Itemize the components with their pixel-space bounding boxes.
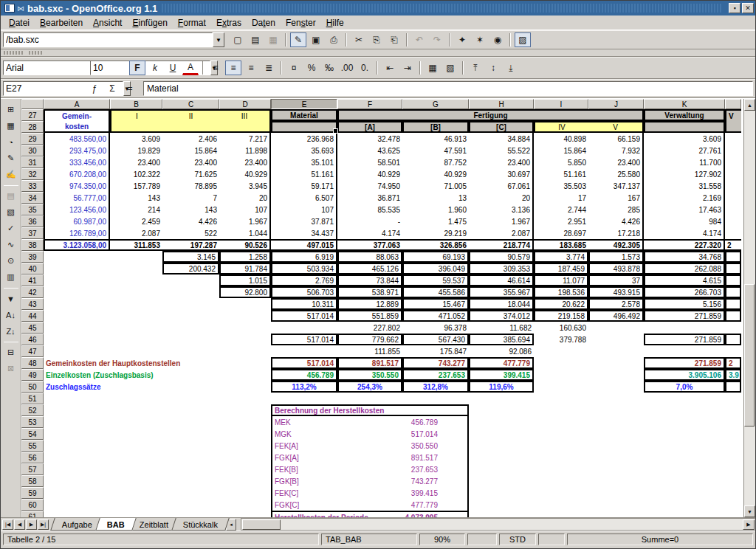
- cell-E61[interactable]: Herstellkosten der Periode: [271, 511, 402, 517]
- cell-F43[interactable]: 12.889: [337, 298, 402, 310]
- cell-E50[interactable]: 113,2%: [271, 381, 337, 393]
- cell-F38[interactable]: 377.063: [337, 239, 402, 251]
- cell-H34[interactable]: 20: [469, 192, 534, 204]
- url-dropdown-icon[interactable]: ▼: [213, 32, 224, 47]
- row-header-42[interactable]: 42: [21, 286, 44, 298]
- align-bottom-icon[interactable]: ⤓: [503, 61, 519, 75]
- cell-F58[interactable]: 743.277: [337, 475, 469, 487]
- cell-F53[interactable]: 456.789: [337, 416, 469, 428]
- cell-C27[interactable]: II: [162, 109, 219, 121]
- cell-I39[interactable]: 3.774: [534, 251, 588, 263]
- row-header-30[interactable]: 30: [21, 145, 44, 156]
- cell-H44[interactable]: 374.012: [469, 310, 534, 322]
- cell-E30[interactable]: 35.693: [271, 145, 337, 156]
- cell-E46[interactable]: 517.014: [271, 334, 337, 345]
- cell-C35[interactable]: 143: [162, 204, 219, 215]
- menu-extras[interactable]: Extras: [211, 16, 247, 30]
- column-header-K[interactable]: K: [644, 99, 725, 109]
- align-justify-icon[interactable]: ≣: [261, 61, 277, 75]
- cell-C37[interactable]: 522: [162, 227, 219, 239]
- cell-K48[interactable]: 271.859: [644, 357, 725, 369]
- cell-H47[interactable]: 92.086: [469, 345, 534, 357]
- cell-F37[interactable]: 4.174: [337, 227, 402, 239]
- standard-format-icon[interactable]: ‰: [321, 61, 337, 75]
- row-header-33[interactable]: 33: [21, 180, 44, 192]
- cell-B34[interactable]: 143: [110, 192, 162, 204]
- cell-B32[interactable]: 102.322: [110, 168, 162, 180]
- cell-K37[interactable]: 4.174: [644, 227, 725, 239]
- cell-C40[interactable]: 200.432: [162, 263, 219, 274]
- cell-I43[interactable]: 20.622: [534, 298, 588, 310]
- cell-I44[interactable]: 219.158: [534, 310, 588, 322]
- cell-K35[interactable]: 17.463: [644, 204, 725, 215]
- cell-H38[interactable]: 218.774: [469, 239, 534, 251]
- cell-G41[interactable]: 59.537: [402, 274, 469, 286]
- column-header-D[interactable]: D: [219, 99, 271, 109]
- cell-A32[interactable]: 670.208,00: [44, 168, 110, 180]
- row-header-54[interactable]: 54: [21, 428, 44, 440]
- cell-J31[interactable]: 23.400: [588, 156, 644, 168]
- grip-handle[interactable]: [29, 51, 42, 55]
- formula-icon[interactable]: =: [122, 81, 138, 96]
- cell-E48[interactable]: 517.014: [271, 357, 337, 369]
- cell-G33[interactable]: 71.005: [402, 180, 469, 192]
- row-header-28[interactable]: 28: [21, 121, 44, 133]
- cell-F60[interactable]: 477.779: [337, 499, 469, 511]
- cell-F44[interactable]: 551.859: [337, 310, 402, 322]
- cell-B33[interactable]: 157.789: [110, 180, 162, 192]
- cell-B31[interactable]: 23.400: [110, 156, 162, 168]
- row-header-46[interactable]: 46: [21, 334, 44, 345]
- cell-I35[interactable]: 2.744: [534, 204, 588, 215]
- cell-J29[interactable]: 66.159: [588, 133, 644, 145]
- autospellcheck-icon[interactable]: ∿: [3, 237, 19, 252]
- cell-H33[interactable]: 67.061: [469, 180, 534, 192]
- cell-D27[interactable]: III: [219, 109, 271, 121]
- cell-L46[interactable]: [725, 334, 741, 345]
- cell-E40[interactable]: 503.934: [271, 263, 337, 274]
- open-icon[interactable]: ▤: [247, 32, 264, 47]
- cell-J42[interactable]: 493.915: [588, 286, 644, 298]
- cell-L50[interactable]: [725, 381, 741, 393]
- font-size-combo[interactable]: ▼: [90, 61, 124, 75]
- cell-K49[interactable]: 3.905.106: [644, 369, 725, 381]
- cell-H40[interactable]: 309.353: [469, 263, 534, 274]
- cell-D39[interactable]: 1.258: [219, 251, 271, 263]
- cell-D38[interactable]: 90.526: [219, 239, 271, 251]
- cell-K39[interactable]: 34.768: [644, 251, 725, 263]
- column-header-L[interactable]: [725, 99, 741, 109]
- cell-E60[interactable]: FGK[C]: [271, 499, 337, 511]
- cell-F36[interactable]: -: [337, 215, 402, 227]
- cell-H48[interactable]: 477.779: [469, 357, 534, 369]
- row-header-32[interactable]: 32: [21, 168, 44, 180]
- group-icon[interactable]: ⊟: [3, 345, 19, 360]
- align-center-icon[interactable]: ≡: [225, 61, 241, 75]
- cell-G45[interactable]: 96.378: [402, 322, 469, 334]
- close-button[interactable]: ✕: [742, 3, 754, 13]
- cell-E54[interactable]: MGK: [271, 428, 337, 440]
- row-header-50[interactable]: 50: [21, 381, 44, 393]
- cell-F57[interactable]: 237.653: [337, 463, 469, 475]
- insert-icon[interactable]: ⊞: [3, 102, 19, 117]
- row-header-35[interactable]: 35: [21, 204, 44, 215]
- menu-einfügen[interactable]: Einfügen: [127, 16, 172, 30]
- navigator-icon[interactable]: ✦: [454, 32, 470, 47]
- cell-C33[interactable]: 78.895: [162, 180, 219, 192]
- datasources-icon[interactable]: ▥: [3, 269, 19, 285]
- cell-F46[interactable]: 779.662: [337, 334, 402, 345]
- cell-G28[interactable]: [B]: [402, 121, 469, 133]
- cell-J39[interactable]: 1.573: [588, 251, 644, 263]
- row-header-61[interactable]: 61: [21, 511, 44, 517]
- row-header-57[interactable]: 57: [21, 463, 44, 475]
- cell-J38[interactable]: 492.305: [588, 239, 644, 251]
- cell-I31[interactable]: 5.850: [534, 156, 588, 168]
- next-sheet-icon[interactable]: ▶: [26, 519, 37, 530]
- font-color-icon[interactable]: A: [182, 61, 199, 75]
- cell-E36[interactable]: 37.871: [271, 215, 337, 227]
- last-sheet-icon[interactable]: ▶|: [38, 519, 49, 530]
- copy-icon[interactable]: ⎘: [368, 32, 385, 47]
- cell-H49[interactable]: 399.415: [469, 369, 534, 381]
- cell-J35[interactable]: 285: [588, 204, 644, 215]
- scroll-right-icon[interactable]: ▶: [743, 519, 755, 530]
- column-header-E[interactable]: E: [271, 99, 337, 109]
- cell-C30[interactable]: 15.864: [162, 145, 219, 156]
